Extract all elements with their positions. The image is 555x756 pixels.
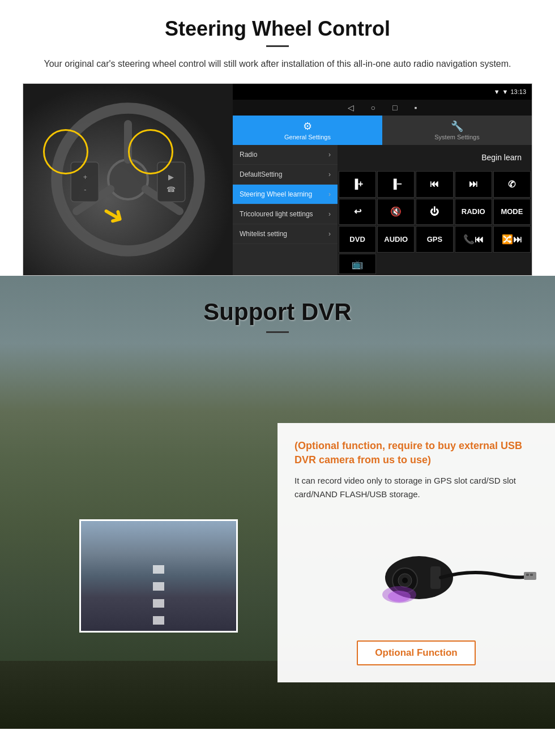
ctrl-prev-track[interactable]: ⏮: [416, 171, 453, 198]
svg-point-20: [388, 591, 411, 602]
ctrl-gps[interactable]: GPS: [416, 226, 453, 253]
mode-label: MODE: [501, 207, 523, 216]
ctrl-shuffle-next[interactable]: 🔀⏭: [493, 226, 531, 253]
svg-text:+: +: [83, 173, 87, 181]
menu-item-steering-learning[interactable]: Steering Wheel learning ›: [233, 185, 338, 204]
optional-function-button[interactable]: Optional Function: [357, 640, 475, 665]
begin-learn-button[interactable]: Begin learn: [477, 151, 526, 164]
begin-learn-row: Begin learn: [338, 145, 532, 170]
dvr-divider: [266, 331, 289, 333]
menu-item-whitelist[interactable]: Whitelist setting ›: [233, 224, 338, 244]
wifi-icon: ▼: [502, 88, 509, 95]
dvr-section: Support DVR (Optional function, require …: [0, 276, 555, 729]
radio-label: RADIO: [462, 207, 485, 216]
menu-item-radio-label: Radio: [240, 151, 257, 159]
gps-label: GPS: [427, 235, 442, 244]
back-nav-icon[interactable]: ◁: [348, 103, 354, 112]
chevron-steering-icon: ›: [328, 190, 331, 198]
menu-item-steering-label: Steering Wheel learning: [240, 190, 312, 198]
power-icon: ⏻: [430, 207, 439, 217]
dvr-camera-svg: [357, 535, 538, 626]
tab-general-label: General Settings: [284, 134, 331, 140]
chevron-default-icon: ›: [328, 170, 331, 178]
ctrl-power[interactable]: ⏻: [416, 199, 453, 225]
steering-wheel-svg: + - ▶ ☎: [49, 100, 207, 259]
steering-demo: + - ▶ ☎ ➜ ▼ ▼ 13:13: [23, 83, 532, 276]
dvr-title: Support DVR: [0, 298, 555, 326]
prev-track-icon: ⏮: [430, 179, 439, 189]
settings-tabs: ⚙ General Settings 🔧 System Settings: [233, 116, 532, 145]
ctrl-dvd[interactable]: DVD: [339, 226, 376, 253]
tab-system-settings[interactable]: 🔧 System Settings: [382, 116, 532, 145]
highlight-circle-left: [43, 129, 88, 174]
ctrl-screen[interactable]: 📺: [339, 254, 376, 274]
ctrl-audio[interactable]: AUDIO: [377, 226, 415, 253]
svg-text:▶: ▶: [168, 173, 174, 181]
menu-item-defaultsetting[interactable]: DefaultSetting ›: [233, 165, 338, 185]
svg-rect-17: [526, 574, 529, 576]
dvr-road-view: [81, 521, 236, 631]
menu-item-radio[interactable]: Radio ›: [233, 145, 338, 165]
tab-general-settings[interactable]: ⚙ General Settings: [233, 116, 382, 145]
chevron-tricoloured-icon: ›: [328, 210, 331, 218]
controls-grid: ▐+ ▐− ⏮ ⏭ ✆ ↩ 🔇 ⏻ RADIO MODE DVD AUDIO G…: [338, 170, 532, 275]
menu-item-default-label: DefaultSetting: [240, 170, 282, 178]
phone-icon: ✆: [508, 179, 515, 190]
menu-and-controls: Radio › DefaultSetting › Steering Wheel …: [233, 145, 532, 275]
android-panel: ▼ ▼ 13:13 ◁ ○ □ ▪ ⚙ General Settings �: [233, 84, 532, 275]
optional-function-wrapper: Optional Function: [294, 631, 538, 665]
statusbar-time: 13:13: [510, 88, 526, 95]
ctrl-radio[interactable]: RADIO: [455, 199, 492, 225]
vol-down-icon: ▐−: [390, 179, 402, 189]
recents-nav-icon[interactable]: □: [392, 103, 397, 112]
next-track-icon: ⏭: [469, 179, 478, 189]
svg-rect-16: [524, 572, 536, 580]
android-nav: ◁ ○ □ ▪: [233, 100, 532, 116]
steering-divider: [266, 45, 289, 47]
dvr-description: It can record video only to storage in G…: [294, 474, 538, 501]
settings-menu-list: Radio › DefaultSetting › Steering Wheel …: [233, 145, 338, 275]
road-lines: [153, 565, 164, 631]
ctrl-phone-prev[interactable]: 📞⏮: [455, 226, 492, 253]
phone-prev-icon: 📞⏮: [463, 234, 484, 245]
ctrl-mute[interactable]: 🔇: [377, 199, 415, 225]
shuffle-next-icon: 🔀⏭: [502, 234, 522, 245]
svg-text:☎: ☎: [166, 186, 176, 194]
highlight-circle-right: [128, 129, 173, 174]
android-statusbar: ▼ ▼ 13:13: [233, 84, 532, 100]
dvr-screenshot-small: [79, 519, 238, 633]
hangup-icon: ↩: [354, 206, 361, 217]
dvr-optional-text: (Optional function, require to buy exter…: [294, 439, 538, 467]
menu-item-tricoloured-label: Tricoloured light settings: [240, 210, 313, 218]
chevron-whitelist-icon: ›: [328, 230, 331, 238]
tab-system-label: System Settings: [434, 134, 479, 140]
steering-photo-inner: + - ▶ ☎ ➜: [23, 84, 233, 275]
ctrl-vol-down[interactable]: ▐−: [377, 171, 415, 198]
controls-panel: Begin learn ▐+ ▐− ⏮ ⏭ ✆ ↩ 🔇 ⏻ RADIO MODE…: [338, 145, 532, 275]
statusbar-icons: ▼ ▼ 13:13: [494, 88, 526, 95]
dvr-info-card: (Optional function, require to buy exter…: [278, 423, 555, 682]
menu-item-whitelist-label: Whitelist setting: [240, 230, 287, 238]
steering-photo: + - ▶ ☎ ➜: [23, 84, 233, 275]
ctrl-next-track[interactable]: ⏭: [455, 171, 492, 198]
general-settings-icon: ⚙: [303, 120, 312, 133]
system-settings-icon: 🔧: [451, 120, 463, 133]
dvr-camera-area: [294, 512, 538, 626]
steering-subtitle: Your original car's steering wheel contr…: [23, 57, 532, 71]
svg-rect-18: [530, 574, 533, 576]
signal-icon: ▼: [494, 88, 500, 95]
ctrl-vol-up[interactable]: ▐+: [339, 171, 376, 198]
menu-nav-icon[interactable]: ▪: [414, 103, 417, 112]
home-nav-icon[interactable]: ○: [371, 103, 375, 112]
ctrl-mode[interactable]: MODE: [493, 199, 531, 225]
svg-point-14: [402, 578, 408, 583]
steering-title: Steering Wheel Control: [23, 17, 532, 41]
steering-section: Steering Wheel Control Your original car…: [0, 0, 555, 276]
ctrl-phone[interactable]: ✆: [493, 171, 531, 198]
menu-item-tricoloured[interactable]: Tricoloured light settings ›: [233, 204, 338, 224]
audio-label: AUDIO: [384, 235, 408, 244]
svg-text:-: -: [84, 186, 86, 194]
ctrl-hangup[interactable]: ↩: [339, 199, 376, 225]
dvr-title-overlay: Support DVR: [0, 276, 555, 333]
vol-up-icon: ▐+: [352, 179, 364, 189]
